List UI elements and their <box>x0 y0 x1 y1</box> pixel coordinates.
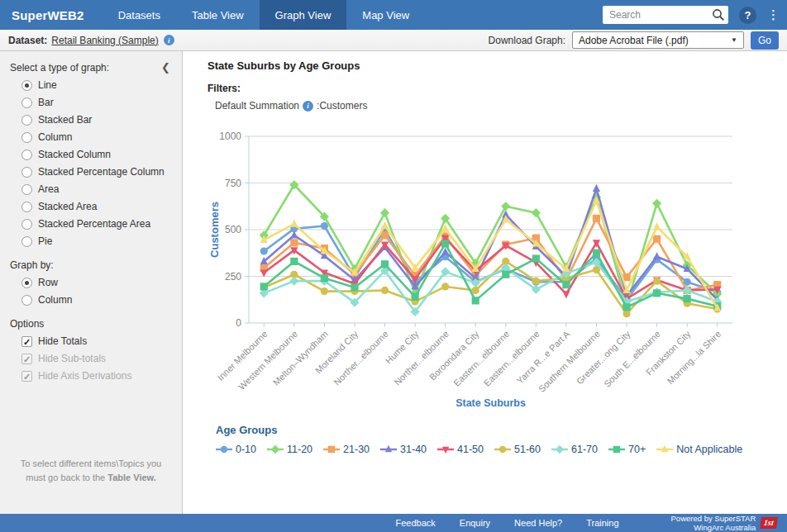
dataset-link[interactable]: Retail Banking (Sample) <box>51 35 158 46</box>
footer-link-enquiry[interactable]: Enquiry <box>460 518 490 528</box>
svg-text:Melton–Wyndham: Melton–Wyndham <box>271 329 330 387</box>
graph-type-column[interactable]: Column <box>21 131 174 143</box>
radio-label: Column <box>38 294 72 306</box>
footer-link-need-help[interactable]: Need Help? <box>514 518 562 528</box>
filter-info-icon[interactable]: i <box>303 101 313 112</box>
legend-label: 70+ <box>628 444 646 455</box>
sidebar-note: To select different items\Topics you mus… <box>0 457 182 484</box>
first-logo: 1st <box>760 517 778 529</box>
download-graph-label: Download Graph: <box>489 35 565 46</box>
sidebar-note-bold: Table View. <box>107 473 156 482</box>
graph-type-stacked-percentage-column[interactable]: Stacked Percentage Column <box>21 166 174 178</box>
filter-name: Default Summation <box>215 100 299 112</box>
tab-graph-view[interactable]: Graph View <box>260 0 347 30</box>
footer-link-training[interactable]: Training <box>586 518 618 528</box>
radio-icon <box>21 295 32 306</box>
graph-type-list: LineBarStacked BarColumnStacked ColumnSt… <box>10 79 174 247</box>
svg-text:Greater...ong City: Greater...ong City <box>575 329 632 387</box>
legend-label: 21-30 <box>343 444 370 455</box>
legend-label: 41-50 <box>457 444 484 455</box>
radio-icon <box>21 150 32 160</box>
footer-link-feedback[interactable]: Feedback <box>395 518 435 528</box>
radio-icon <box>21 97 32 108</box>
svg-text:Norther...elbourne: Norther...elbourne <box>331 329 390 387</box>
download-format-select[interactable]: Adobe Acrobat File (.pdf) ▼ <box>572 31 744 49</box>
filter-item: Default Summation i : Customers <box>215 100 787 112</box>
radio-icon <box>21 115 32 126</box>
legend-marker-icon <box>608 444 625 454</box>
graph-type-stacked-area[interactable]: Stacked Area <box>21 201 174 212</box>
svg-text:Inner Melbourne: Inner Melbourne <box>216 329 269 382</box>
radio-icon <box>21 80 32 91</box>
radio-label: Row <box>38 277 58 288</box>
radio-label: Column <box>38 131 72 143</box>
line-chart: 02505007501000Inner MelbourneWestern Mel… <box>207 113 787 424</box>
chart-title: State Suburbs by Age Groups <box>207 59 787 72</box>
svg-text:1000: 1000 <box>219 131 241 142</box>
legend-item-21-30: 21-30 <box>323 444 370 455</box>
checkbox-label: Hide Axis Derivations <box>38 370 131 382</box>
legend-marker-icon <box>216 444 232 454</box>
option-hide-totals[interactable]: Hide Totals <box>21 335 174 347</box>
svg-text:Western Melbourne: Western Melbourne <box>236 329 299 392</box>
graph-by-list: RowColumn <box>10 277 174 306</box>
legend-marker-icon <box>267 444 284 454</box>
graph-type-line[interactable]: Line <box>21 79 174 91</box>
legend-item-31-40: 31-40 <box>380 444 427 455</box>
legend-item-70+: 70+ <box>608 444 646 455</box>
legend-item-41-50: 41-50 <box>437 444 484 455</box>
chevron-down-icon: ▼ <box>731 36 737 44</box>
checkbox-icon <box>21 336 32 347</box>
dataset-info-icon[interactable]: i <box>164 35 174 45</box>
tab-datasets[interactable]: Datasets <box>103 0 176 30</box>
go-button[interactable]: Go <box>751 31 779 50</box>
radio-label: Pie <box>38 235 52 247</box>
search-box <box>603 6 728 24</box>
filter-value: Customers <box>319 100 367 112</box>
checkbox-icon <box>21 354 32 364</box>
graph-type-pie[interactable]: Pie <box>21 235 174 247</box>
svg-text:250: 250 <box>225 271 241 283</box>
legend-marker-icon <box>323 444 340 454</box>
radio-icon <box>21 236 32 247</box>
graph-type-stacked-column[interactable]: Stacked Column <box>21 149 174 160</box>
radio-icon <box>21 184 32 195</box>
collapse-sidebar-icon[interactable]: ❮ <box>161 61 170 74</box>
search-input[interactable] <box>603 6 728 24</box>
search-icon[interactable] <box>712 8 725 21</box>
graph-type-bar[interactable]: Bar <box>21 97 174 108</box>
sidebar: Select a type of graph: ❮ LineBarStacked… <box>0 51 183 514</box>
svg-text:Norther...elbourne: Norther...elbourne <box>392 329 451 387</box>
svg-text:Eastern...elbourne: Eastern...elbourne <box>482 329 541 388</box>
download-format-value: Adobe Acrobat File (.pdf) <box>579 35 689 46</box>
graph-by-column[interactable]: Column <box>21 294 174 306</box>
graph-type-stacked-percentage-area[interactable]: Stacked Percentage Area <box>21 218 174 230</box>
options-list: Hide TotalsHide Sub-totalsHide Axis Deri… <box>10 335 174 382</box>
radio-label: Area <box>38 183 59 195</box>
graph-by-row[interactable]: Row <box>21 277 174 288</box>
legend-item-11-20: 11-20 <box>267 444 312 455</box>
footer-links: FeedbackEnquiryNeed Help?Training <box>395 518 642 528</box>
graph-type-stacked-bar[interactable]: Stacked Bar <box>21 114 174 126</box>
radio-label: Stacked Percentage Area <box>38 218 150 230</box>
radio-label: Line <box>38 79 57 91</box>
graph-panel: State Suburbs by Age Groups Filters: Def… <box>183 51 787 514</box>
radio-label: Bar <box>38 97 54 108</box>
legend-label: 11-20 <box>287 444 312 455</box>
powered-by-line1: Powered by SuperSTAR <box>671 514 756 523</box>
tab-map-view[interactable]: Map View <box>346 0 425 30</box>
radio-label: Stacked Column <box>38 149 111 160</box>
checkbox-label: Hide Totals <box>38 335 87 347</box>
svg-text:Customers: Customers <box>208 202 221 258</box>
graph-type-area[interactable]: Area <box>21 183 174 195</box>
svg-text:State Suburbs: State Suburbs <box>456 397 526 409</box>
legend-label: 31-40 <box>400 444 427 455</box>
legend-item-0-10: 0-10 <box>216 444 256 455</box>
radio-label: Stacked Area <box>38 201 97 212</box>
nav-tabs: DatasetsTable ViewGraph ViewMap View <box>103 0 425 30</box>
tab-table-view[interactable]: Table View <box>176 0 260 30</box>
dataset-label: Dataset: <box>8 35 47 46</box>
overflow-menu-icon[interactable]: ⋮ <box>767 7 777 22</box>
legend-item-61-70: 61-70 <box>551 444 598 455</box>
help-icon[interactable]: ? <box>739 7 756 24</box>
